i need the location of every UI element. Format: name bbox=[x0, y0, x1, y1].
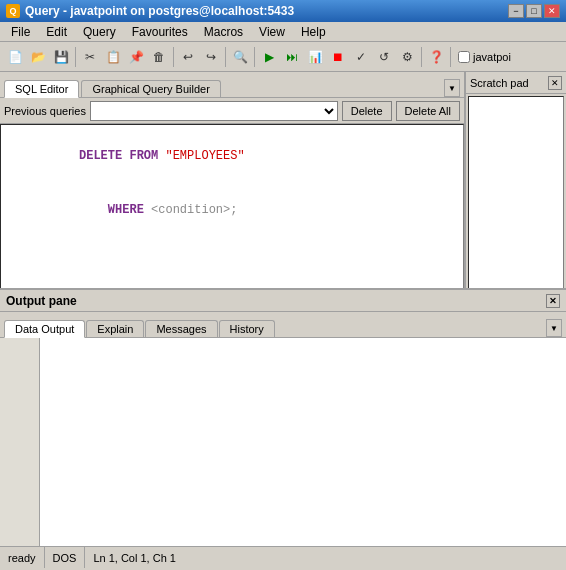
toolbar: 📄 📂 💾 ✂ 📋 📌 🗑 ↩ ↪ 🔍 ▶ ⏭ 📊 ⏹ ✓ ↺ ⚙ ❓ java… bbox=[0, 42, 566, 72]
delete-toolbar-button[interactable]: 🗑 bbox=[148, 46, 170, 68]
menu-favourites[interactable]: Favourites bbox=[125, 23, 195, 41]
copy-button[interactable]: 📋 bbox=[102, 46, 124, 68]
maximize-button[interactable]: □ bbox=[526, 4, 542, 18]
status-format-text: DOS bbox=[53, 552, 77, 564]
status-position: Ln 1, Col 1, Ch 1 bbox=[85, 547, 184, 568]
help-toolbar-button[interactable]: ❓ bbox=[425, 46, 447, 68]
keyword-delete: DELETE bbox=[79, 149, 122, 163]
menu-view[interactable]: View bbox=[252, 23, 292, 41]
toolbar-sep-3 bbox=[225, 47, 226, 67]
output-pane-header: Output pane ✕ bbox=[0, 290, 566, 312]
output-tabs: Data Output Explain Messages History ▼ bbox=[0, 312, 566, 338]
editor-tab-dropdown[interactable]: ▼ bbox=[444, 79, 460, 97]
rollback-button[interactable]: ↺ bbox=[373, 46, 395, 68]
toolbar-sep-4 bbox=[254, 47, 255, 67]
editor-area: SQL Editor Graphical Query Builder ▼ Pre… bbox=[0, 72, 566, 310]
open-button[interactable]: 📂 bbox=[27, 46, 49, 68]
menu-edit[interactable]: Edit bbox=[39, 23, 74, 41]
app-icon: Q bbox=[6, 4, 20, 18]
run-step-button[interactable]: ⏭ bbox=[281, 46, 303, 68]
title-bar-left: Q Query - javatpoint on postgres@localho… bbox=[6, 4, 294, 18]
commit-button[interactable]: ✓ bbox=[350, 46, 372, 68]
tab-history[interactable]: History bbox=[219, 320, 275, 337]
main-container: SQL Editor Graphical Query Builder ▼ Pre… bbox=[0, 72, 566, 568]
status-ready: ready bbox=[0, 547, 45, 568]
tab-messages[interactable]: Messages bbox=[145, 320, 217, 337]
toolbar-sep-6 bbox=[450, 47, 451, 67]
scratch-pad-content[interactable] bbox=[468, 96, 564, 294]
keyword-where: WHERE bbox=[108, 203, 144, 217]
menu-file[interactable]: File bbox=[4, 23, 37, 41]
status-format: DOS bbox=[45, 547, 86, 568]
redo-button[interactable]: ↪ bbox=[200, 46, 222, 68]
menu-help[interactable]: Help bbox=[294, 23, 333, 41]
toolbar-checkbox[interactable] bbox=[458, 51, 470, 63]
code-line-2: WHERE <condition>; bbox=[7, 183, 457, 237]
previous-queries-label: Previous queries bbox=[4, 105, 86, 117]
format-button[interactable]: ⚙ bbox=[396, 46, 418, 68]
keyword-from: FROM bbox=[129, 149, 158, 163]
search-button[interactable]: 🔍 bbox=[229, 46, 251, 68]
previous-queries-select[interactable] bbox=[90, 101, 338, 121]
delete-query-button[interactable]: Delete bbox=[342, 101, 392, 121]
menu-bar: File Edit Query Favourites Macros View H… bbox=[0, 22, 566, 42]
output-pane-close-button[interactable]: ✕ bbox=[546, 294, 560, 308]
paste-button[interactable]: 📌 bbox=[125, 46, 147, 68]
tab-data-output[interactable]: Data Output bbox=[4, 320, 85, 338]
toolbar-sep-5 bbox=[421, 47, 422, 67]
condition-placeholder: <condition>; bbox=[151, 203, 237, 217]
run-button[interactable]: ▶ bbox=[258, 46, 280, 68]
close-button[interactable]: ✕ bbox=[544, 4, 560, 18]
scratch-pad-title: Scratch pad bbox=[470, 77, 529, 89]
undo-button[interactable]: ↩ bbox=[177, 46, 199, 68]
title-bar: Q Query - javatpoint on postgres@localho… bbox=[0, 0, 566, 22]
menu-query[interactable]: Query bbox=[76, 23, 123, 41]
run-explain-button[interactable]: 📊 bbox=[304, 46, 326, 68]
toolbar-checkbox-area: javatpoi bbox=[458, 51, 511, 63]
code-line-1: DELETE FROM "EMPLOYEES" bbox=[7, 129, 457, 183]
table-name: "EMPLOYEES" bbox=[165, 149, 244, 163]
output-content bbox=[0, 338, 566, 546]
status-position-text: Ln 1, Col 1, Ch 1 bbox=[93, 552, 176, 564]
left-panel: SQL Editor Graphical Query Builder ▼ Pre… bbox=[0, 72, 466, 310]
menu-macros[interactable]: Macros bbox=[197, 23, 250, 41]
toolbar-sep-2 bbox=[173, 47, 174, 67]
query-input-row: Previous queries Delete Delete All bbox=[0, 98, 464, 124]
new-button[interactable]: 📄 bbox=[4, 46, 26, 68]
output-data-area[interactable] bbox=[40, 338, 566, 546]
toolbar-sep-1 bbox=[75, 47, 76, 67]
tab-explain[interactable]: Explain bbox=[86, 320, 144, 337]
stop-button[interactable]: ⏹ bbox=[327, 46, 349, 68]
scratch-pad-close-button[interactable]: ✕ bbox=[548, 76, 562, 90]
output-row-header bbox=[0, 338, 40, 546]
delete-all-button[interactable]: Delete All bbox=[396, 101, 460, 121]
tab-graphical-query-builder[interactable]: Graphical Query Builder bbox=[81, 80, 220, 97]
minimize-button[interactable]: − bbox=[508, 4, 524, 18]
toolbar-checkbox-label: javatpoi bbox=[473, 51, 511, 63]
cut-button[interactable]: ✂ bbox=[79, 46, 101, 68]
window-title: Query - javatpoint on postgres@localhost… bbox=[25, 4, 294, 18]
status-bar: ready DOS Ln 1, Col 1, Ch 1 bbox=[0, 546, 566, 568]
output-pane: Output pane ✕ Data Output Explain Messag… bbox=[0, 288, 566, 546]
scratch-pad-panel: Scratch pad ✕ ◀ ▶ bbox=[466, 72, 566, 310]
window-controls[interactable]: − □ ✕ bbox=[508, 4, 560, 18]
output-pane-title: Output pane bbox=[6, 294, 77, 308]
save-button[interactable]: 💾 bbox=[50, 46, 72, 68]
scratch-pad-header: Scratch pad ✕ bbox=[466, 72, 566, 94]
tab-sql-editor[interactable]: SQL Editor bbox=[4, 80, 79, 98]
editor-tabs: SQL Editor Graphical Query Builder ▼ bbox=[0, 72, 464, 98]
output-tab-dropdown[interactable]: ▼ bbox=[546, 319, 562, 337]
status-text: ready bbox=[8, 552, 36, 564]
code-editor[interactable]: DELETE FROM "EMPLOYEES" WHERE <condition… bbox=[0, 124, 464, 296]
